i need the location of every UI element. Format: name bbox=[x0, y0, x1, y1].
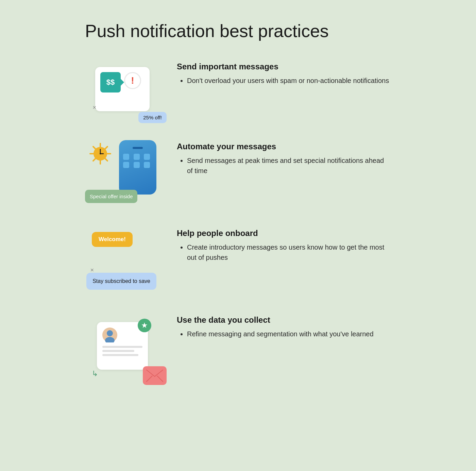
profile-card: ★ bbox=[97, 322, 148, 370]
page-title: Push notification best practices bbox=[85, 20, 391, 41]
illustration-automate: Special offer inside bbox=[85, 138, 160, 206]
svg-point-13 bbox=[107, 330, 113, 336]
close-x-welcome: ✕ bbox=[90, 267, 94, 273]
svg-line-6 bbox=[105, 158, 107, 161]
section-list-onboard: Create introductory messages so users kn… bbox=[177, 242, 391, 263]
profile-line-1 bbox=[102, 346, 142, 348]
illustration-use-data: ★ ↳ bbox=[85, 312, 160, 380]
profile-line-2 bbox=[102, 350, 134, 352]
special-offer-bubble: Special offer inside bbox=[85, 190, 137, 203]
section-use-data: ★ ↳ Use the data you collect Refine mess… bbox=[85, 312, 391, 380]
section-bullet-onboard: Create introductory messages so users kn… bbox=[187, 242, 391, 263]
section-content-onboard: Help people onboard Create introductory … bbox=[177, 225, 391, 263]
section-list-send-important: Don't overload your users with spam or n… bbox=[177, 75, 391, 86]
section-title-use-data: Use the data you collect bbox=[177, 315, 391, 325]
svg-point-11 bbox=[100, 153, 101, 154]
illustration-onboard: Welcome! ✕ Stay subscribed to save bbox=[85, 225, 160, 293]
star-badge: ★ bbox=[138, 319, 151, 332]
svg-line-5 bbox=[93, 147, 96, 149]
arrow-icon: ↳ bbox=[92, 369, 98, 378]
app-dot-2 bbox=[134, 154, 140, 160]
profile-lines bbox=[102, 346, 142, 356]
section-list-use-data: Refine messaging and segmentation with w… bbox=[177, 329, 391, 339]
envelope-svg bbox=[146, 370, 163, 382]
svg-line-8 bbox=[93, 158, 96, 161]
section-onboard: Welcome! ✕ Stay subscribed to save Help … bbox=[85, 225, 391, 293]
section-title-send-important: Send important messages bbox=[177, 62, 391, 71]
phone-illustration bbox=[119, 140, 156, 195]
phone-notch bbox=[133, 147, 143, 149]
app-dot-1 bbox=[123, 154, 129, 160]
welcome-bubble: Welcome! bbox=[92, 232, 133, 247]
section-list-automate: Send messages at peak times and set spec… bbox=[177, 155, 391, 176]
sun-icon bbox=[88, 142, 112, 166]
svg-line-7 bbox=[105, 147, 107, 149]
exclamation-icon: ! bbox=[124, 72, 141, 89]
section-bullet-use-data: Refine messaging and segmentation with w… bbox=[187, 329, 391, 339]
section-send-important: $$ ! ✕ 25% off! Send important messages … bbox=[85, 58, 391, 120]
profile-line-3 bbox=[102, 354, 138, 356]
page-container: Push notification best practices $$ ! ✕ … bbox=[85, 20, 391, 399]
stay-subscribed-bubble: Stay subscribed to save bbox=[86, 273, 156, 290]
app-dot-6 bbox=[144, 162, 150, 168]
section-content-use-data: Use the data you collect Refine messagin… bbox=[177, 312, 391, 339]
section-automate: Special offer inside Automate your messa… bbox=[85, 138, 391, 206]
section-content-send-important: Send important messages Don't overload y… bbox=[177, 58, 391, 86]
phone-app-grid bbox=[123, 154, 152, 168]
section-title-automate: Automate your messages bbox=[177, 142, 391, 151]
app-dot-4 bbox=[123, 162, 129, 168]
section-bullet-send-important: Don't overload your users with spam or n… bbox=[187, 75, 391, 86]
section-content-automate: Automate your messages Send messages at … bbox=[177, 138, 391, 176]
notification-card: $$ ! bbox=[95, 67, 150, 111]
avatar-icon bbox=[102, 327, 117, 342]
close-x-icon: ✕ bbox=[92, 105, 97, 110]
email-envelope-icon bbox=[143, 366, 167, 385]
dollar-tag-icon: $$ bbox=[100, 72, 121, 92]
illustration-send-important: $$ ! ✕ 25% off! bbox=[85, 58, 160, 120]
discount-bubble: 25% off! bbox=[138, 112, 167, 123]
section-bullet-automate: Send messages at peak times and set spec… bbox=[187, 155, 391, 176]
app-dot-5 bbox=[134, 162, 140, 168]
section-title-onboard: Help people onboard bbox=[177, 229, 391, 238]
app-dot-3 bbox=[144, 154, 150, 160]
